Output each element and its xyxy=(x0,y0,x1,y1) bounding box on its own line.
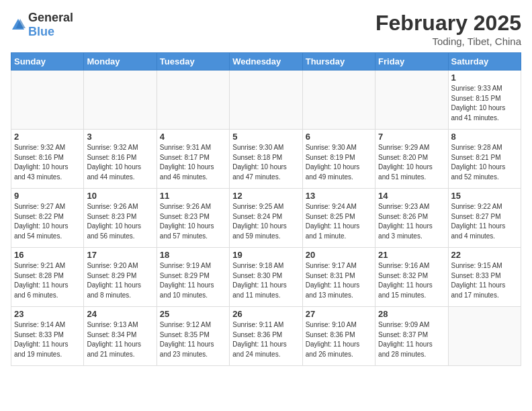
logo-icon xyxy=(11,17,26,32)
day-number: 21 xyxy=(378,250,445,260)
calendar-day-cell xyxy=(375,71,448,130)
day-number: 1 xyxy=(451,73,518,83)
calendar-day-cell: 6Sunrise: 9:30 AM Sunset: 8:19 PM Daylig… xyxy=(302,130,375,189)
day-info: Sunrise: 9:26 AM Sunset: 8:23 PM Dayligh… xyxy=(160,202,226,241)
day-number: 18 xyxy=(160,250,226,260)
calendar-header-row: SundayMondayTuesdayWednesdayThursdayFrid… xyxy=(11,53,521,71)
day-number: 9 xyxy=(14,191,81,201)
calendar-day-cell: 19Sunrise: 9:18 AM Sunset: 8:30 PM Dayli… xyxy=(230,248,302,307)
day-info: Sunrise: 9:30 AM Sunset: 8:18 PM Dayligh… xyxy=(232,143,299,182)
day-info: Sunrise: 9:23 AM Sunset: 8:26 PM Dayligh… xyxy=(378,202,445,241)
page-header: General Blue February 2025 Toding, Tibet… xyxy=(11,11,521,47)
day-info: Sunrise: 9:22 AM Sunset: 8:27 PM Dayligh… xyxy=(451,202,518,241)
day-number: 7 xyxy=(378,132,445,142)
calendar-day-cell: 8Sunrise: 9:28 AM Sunset: 8:21 PM Daylig… xyxy=(448,130,521,189)
calendar-week-row: 1Sunrise: 9:33 AM Sunset: 8:15 PM Daylig… xyxy=(11,71,521,130)
calendar-day-cell: 22Sunrise: 9:15 AM Sunset: 8:33 PM Dayli… xyxy=(448,248,521,307)
day-number: 12 xyxy=(232,191,299,201)
calendar-week-row: 2Sunrise: 9:32 AM Sunset: 8:16 PM Daylig… xyxy=(11,130,521,189)
day-info: Sunrise: 9:28 AM Sunset: 8:21 PM Dayligh… xyxy=(451,143,518,182)
day-info: Sunrise: 9:16 AM Sunset: 8:32 PM Dayligh… xyxy=(378,261,445,300)
calendar-day-cell xyxy=(84,71,157,130)
day-info: Sunrise: 9:09 AM Sunset: 8:37 PM Dayligh… xyxy=(378,320,445,359)
day-info: Sunrise: 9:33 AM Sunset: 8:15 PM Dayligh… xyxy=(451,84,518,123)
day-number: 15 xyxy=(451,191,518,201)
calendar-day-cell: 28Sunrise: 9:09 AM Sunset: 8:37 PM Dayli… xyxy=(375,307,448,366)
calendar-day-cell: 1Sunrise: 9:33 AM Sunset: 8:15 PM Daylig… xyxy=(448,71,521,130)
calendar-day-cell xyxy=(230,71,302,130)
calendar-day-cell: 10Sunrise: 9:26 AM Sunset: 8:23 PM Dayli… xyxy=(84,189,157,248)
day-number: 10 xyxy=(87,191,153,201)
calendar-day-cell xyxy=(11,71,84,130)
day-number: 16 xyxy=(14,250,81,260)
logo-general: General xyxy=(28,11,73,24)
calendar-day-cell: 4Sunrise: 9:31 AM Sunset: 8:17 PM Daylig… xyxy=(157,130,229,189)
calendar-day-cell: 21Sunrise: 9:16 AM Sunset: 8:32 PM Dayli… xyxy=(375,248,448,307)
calendar-day-cell: 25Sunrise: 9:12 AM Sunset: 8:35 PM Dayli… xyxy=(157,307,229,366)
day-info: Sunrise: 9:25 AM Sunset: 8:24 PM Dayligh… xyxy=(232,202,299,241)
day-info: Sunrise: 9:14 AM Sunset: 8:33 PM Dayligh… xyxy=(14,320,81,359)
logo-blue: Blue xyxy=(28,25,54,38)
day-number: 26 xyxy=(232,309,299,319)
day-number: 14 xyxy=(378,191,445,201)
day-number: 2 xyxy=(14,132,81,142)
day-info: Sunrise: 9:19 AM Sunset: 8:29 PM Dayligh… xyxy=(160,261,226,300)
calendar-day-cell: 20Sunrise: 9:17 AM Sunset: 8:31 PM Dayli… xyxy=(302,248,375,307)
month-year: February 2025 xyxy=(375,11,521,36)
calendar-day-cell: 17Sunrise: 9:20 AM Sunset: 8:29 PM Dayli… xyxy=(84,248,157,307)
location: Toding, Tibet, China xyxy=(375,36,521,47)
day-info: Sunrise: 9:30 AM Sunset: 8:19 PM Dayligh… xyxy=(306,143,372,182)
day-of-week-header: Tuesday xyxy=(157,53,229,71)
day-number: 3 xyxy=(87,132,153,142)
day-number: 19 xyxy=(232,250,299,260)
calendar-day-cell: 26Sunrise: 9:11 AM Sunset: 8:36 PM Dayli… xyxy=(230,307,302,366)
day-of-week-header: Saturday xyxy=(448,53,521,71)
day-info: Sunrise: 9:12 AM Sunset: 8:35 PM Dayligh… xyxy=(160,320,226,359)
calendar-day-cell xyxy=(448,307,521,366)
calendar-day-cell: 14Sunrise: 9:23 AM Sunset: 8:26 PM Dayli… xyxy=(375,189,448,248)
calendar-day-cell: 2Sunrise: 9:32 AM Sunset: 8:16 PM Daylig… xyxy=(11,130,84,189)
day-of-week-header: Wednesday xyxy=(230,53,302,71)
day-info: Sunrise: 9:29 AM Sunset: 8:20 PM Dayligh… xyxy=(378,143,445,182)
day-info: Sunrise: 9:27 AM Sunset: 8:22 PM Dayligh… xyxy=(14,202,81,241)
calendar-day-cell: 7Sunrise: 9:29 AM Sunset: 8:20 PM Daylig… xyxy=(375,130,448,189)
calendar-day-cell: 11Sunrise: 9:26 AM Sunset: 8:23 PM Dayli… xyxy=(157,189,229,248)
calendar-week-row: 23Sunrise: 9:14 AM Sunset: 8:33 PM Dayli… xyxy=(11,307,521,366)
calendar-day-cell: 15Sunrise: 9:22 AM Sunset: 8:27 PM Dayli… xyxy=(448,189,521,248)
day-of-week-header: Thursday xyxy=(302,53,375,71)
calendar-day-cell: 9Sunrise: 9:27 AM Sunset: 8:22 PM Daylig… xyxy=(11,189,84,248)
day-info: Sunrise: 9:24 AM Sunset: 8:25 PM Dayligh… xyxy=(306,202,372,241)
calendar-day-cell: 3Sunrise: 9:32 AM Sunset: 8:16 PM Daylig… xyxy=(84,130,157,189)
day-number: 13 xyxy=(306,191,372,201)
day-info: Sunrise: 9:32 AM Sunset: 8:16 PM Dayligh… xyxy=(87,143,153,182)
calendar-table: SundayMondayTuesdayWednesdayThursdayFrid… xyxy=(11,52,521,366)
day-info: Sunrise: 9:13 AM Sunset: 8:34 PM Dayligh… xyxy=(87,320,153,359)
day-number: 22 xyxy=(451,250,518,260)
day-info: Sunrise: 9:21 AM Sunset: 8:28 PM Dayligh… xyxy=(14,261,81,300)
day-number: 27 xyxy=(306,309,372,319)
calendar-week-row: 9Sunrise: 9:27 AM Sunset: 8:22 PM Daylig… xyxy=(11,189,521,248)
day-of-week-header: Monday xyxy=(84,53,157,71)
day-info: Sunrise: 9:31 AM Sunset: 8:17 PM Dayligh… xyxy=(160,143,226,182)
calendar-day-cell: 5Sunrise: 9:30 AM Sunset: 8:18 PM Daylig… xyxy=(230,130,302,189)
logo: General Blue xyxy=(11,11,73,39)
calendar-day-cell: 12Sunrise: 9:25 AM Sunset: 8:24 PM Dayli… xyxy=(230,189,302,248)
day-number: 11 xyxy=(160,191,226,201)
calendar-week-row: 16Sunrise: 9:21 AM Sunset: 8:28 PM Dayli… xyxy=(11,248,521,307)
calendar-day-cell xyxy=(157,71,229,130)
day-info: Sunrise: 9:17 AM Sunset: 8:31 PM Dayligh… xyxy=(306,261,372,300)
day-info: Sunrise: 9:26 AM Sunset: 8:23 PM Dayligh… xyxy=(87,202,153,241)
calendar-day-cell: 27Sunrise: 9:10 AM Sunset: 8:36 PM Dayli… xyxy=(302,307,375,366)
day-info: Sunrise: 9:20 AM Sunset: 8:29 PM Dayligh… xyxy=(87,261,153,300)
day-number: 23 xyxy=(14,309,81,319)
day-number: 5 xyxy=(232,132,299,142)
calendar-day-cell: 23Sunrise: 9:14 AM Sunset: 8:33 PM Dayli… xyxy=(11,307,84,366)
day-of-week-header: Sunday xyxy=(11,53,84,71)
day-info: Sunrise: 9:32 AM Sunset: 8:16 PM Dayligh… xyxy=(14,143,81,182)
day-of-week-header: Friday xyxy=(375,53,448,71)
day-info: Sunrise: 9:15 AM Sunset: 8:33 PM Dayligh… xyxy=(451,261,518,300)
day-number: 20 xyxy=(306,250,372,260)
day-info: Sunrise: 9:11 AM Sunset: 8:36 PM Dayligh… xyxy=(232,320,299,359)
day-number: 8 xyxy=(451,132,518,142)
day-number: 17 xyxy=(87,250,153,260)
